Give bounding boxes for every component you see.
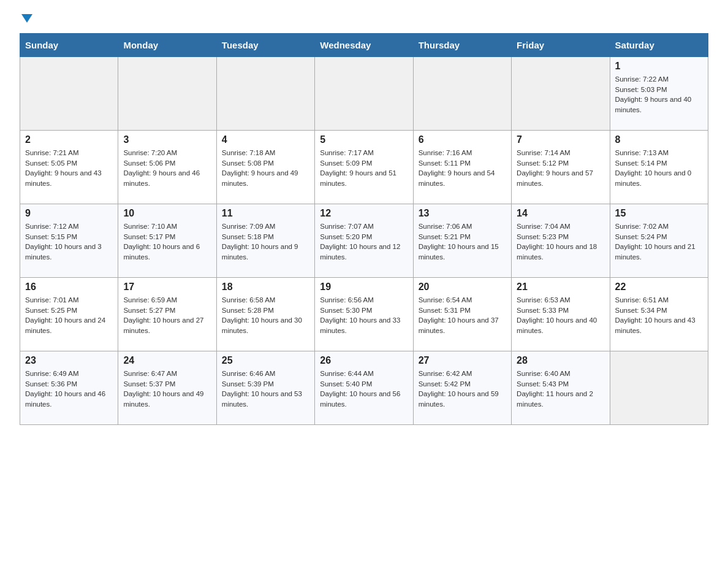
day-number: 6 [419, 134, 506, 145]
day-number: 10 [123, 208, 211, 219]
calendar-cell [118, 57, 216, 131]
day-info: Sunrise: 6:58 AM Sunset: 5:28 PM Dayligh… [222, 295, 309, 336]
calendar-cell: 21Sunrise: 6:53 AM Sunset: 5:33 PM Dayli… [512, 278, 610, 351]
day-info: Sunrise: 6:44 AM Sunset: 5:40 PM Dayligh… [320, 369, 408, 410]
day-info: Sunrise: 7:18 AM Sunset: 5:08 PM Dayligh… [222, 148, 309, 189]
calendar-cell: 22Sunrise: 6:51 AM Sunset: 5:34 PM Dayli… [610, 278, 708, 351]
day-info: Sunrise: 7:12 AM Sunset: 5:15 PM Dayligh… [25, 221, 113, 262]
day-info: Sunrise: 6:51 AM Sunset: 5:34 PM Dayligh… [615, 295, 703, 336]
day-number: 14 [517, 208, 604, 219]
calendar-week-row: 23Sunrise: 6:49 AM Sunset: 5:36 PM Dayli… [20, 351, 708, 425]
day-number: 22 [615, 282, 703, 293]
calendar-cell: 2Sunrise: 7:21 AM Sunset: 5:05 PM Daylig… [20, 131, 118, 204]
calendar-cell: 16Sunrise: 7:01 AM Sunset: 5:25 PM Dayli… [20, 278, 118, 351]
calendar-cell [315, 57, 413, 131]
day-number: 15 [615, 208, 703, 219]
calendar-cell: 24Sunrise: 6:47 AM Sunset: 5:37 PM Dayli… [118, 351, 216, 425]
day-info: Sunrise: 6:47 AM Sunset: 5:37 PM Dayligh… [123, 369, 211, 410]
calendar-cell: 20Sunrise: 6:54 AM Sunset: 5:31 PM Dayli… [413, 278, 511, 351]
day-number: 12 [320, 208, 408, 219]
calendar-cell: 9Sunrise: 7:12 AM Sunset: 5:15 PM Daylig… [20, 204, 118, 278]
day-number: 3 [123, 134, 211, 145]
day-info: Sunrise: 7:02 AM Sunset: 5:24 PM Dayligh… [615, 221, 703, 262]
calendar-cell: 11Sunrise: 7:09 AM Sunset: 5:18 PM Dayli… [216, 204, 314, 278]
day-number: 1 [615, 61, 703, 72]
day-info: Sunrise: 7:09 AM Sunset: 5:18 PM Dayligh… [222, 221, 309, 262]
weekday-header-saturday: Saturday [610, 34, 708, 57]
day-number: 24 [123, 355, 211, 366]
day-number: 26 [320, 355, 408, 366]
day-number: 23 [25, 355, 113, 366]
calendar-cell: 3Sunrise: 7:20 AM Sunset: 5:06 PM Daylig… [118, 131, 216, 204]
day-number: 28 [517, 355, 604, 366]
day-number: 18 [222, 282, 309, 293]
day-number: 8 [615, 134, 703, 145]
day-info: Sunrise: 7:22 AM Sunset: 5:03 PM Dayligh… [615, 74, 703, 115]
calendar-cell: 18Sunrise: 6:58 AM Sunset: 5:28 PM Dayli… [216, 278, 314, 351]
day-number: 17 [123, 282, 211, 293]
day-info: Sunrise: 7:21 AM Sunset: 5:05 PM Dayligh… [25, 148, 113, 189]
day-info: Sunrise: 6:54 AM Sunset: 5:31 PM Dayligh… [419, 295, 506, 336]
day-info: Sunrise: 6:49 AM Sunset: 5:36 PM Dayligh… [25, 369, 113, 410]
calendar-cell: 1Sunrise: 7:22 AM Sunset: 5:03 PM Daylig… [610, 57, 708, 131]
calendar-cell: 13Sunrise: 7:06 AM Sunset: 5:21 PM Dayli… [413, 204, 511, 278]
weekday-header-thursday: Thursday [413, 34, 511, 57]
calendar-cell: 10Sunrise: 7:10 AM Sunset: 5:17 PM Dayli… [118, 204, 216, 278]
calendar-cell: 5Sunrise: 7:17 AM Sunset: 5:09 PM Daylig… [315, 131, 413, 204]
day-info: Sunrise: 7:01 AM Sunset: 5:25 PM Dayligh… [25, 295, 113, 336]
weekday-header-row: SundayMondayTuesdayWednesdayThursdayFrid… [20, 34, 708, 57]
day-number: 11 [222, 208, 309, 219]
calendar-cell: 15Sunrise: 7:02 AM Sunset: 5:24 PM Dayli… [610, 204, 708, 278]
day-number: 20 [419, 282, 506, 293]
day-number: 21 [517, 282, 604, 293]
calendar-table: SundayMondayTuesdayWednesdayThursdayFrid… [20, 33, 708, 425]
calendar-cell [413, 57, 511, 131]
weekday-header-tuesday: Tuesday [216, 34, 314, 57]
day-info: Sunrise: 7:20 AM Sunset: 5:06 PM Dayligh… [123, 148, 211, 189]
calendar-cell: 8Sunrise: 7:13 AM Sunset: 5:14 PM Daylig… [610, 131, 708, 204]
weekday-header-monday: Monday [118, 34, 216, 57]
calendar-cell: 23Sunrise: 6:49 AM Sunset: 5:36 PM Dayli… [20, 351, 118, 425]
day-info: Sunrise: 6:42 AM Sunset: 5:42 PM Dayligh… [419, 369, 506, 410]
calendar-cell: 12Sunrise: 7:07 AM Sunset: 5:20 PM Dayli… [315, 204, 413, 278]
calendar-cell: 26Sunrise: 6:44 AM Sunset: 5:40 PM Dayli… [315, 351, 413, 425]
day-info: Sunrise: 7:13 AM Sunset: 5:14 PM Dayligh… [615, 148, 703, 189]
weekday-header-sunday: Sunday [20, 34, 118, 57]
calendar-cell [512, 57, 610, 131]
day-info: Sunrise: 6:46 AM Sunset: 5:39 PM Dayligh… [222, 369, 309, 410]
day-info: Sunrise: 7:10 AM Sunset: 5:17 PM Dayligh… [123, 221, 211, 262]
calendar-cell: 28Sunrise: 6:40 AM Sunset: 5:43 PM Dayli… [512, 351, 610, 425]
weekday-header-friday: Friday [512, 34, 610, 57]
weekday-header-wednesday: Wednesday [315, 34, 413, 57]
day-number: 16 [25, 282, 113, 293]
calendar-week-row: 9Sunrise: 7:12 AM Sunset: 5:15 PM Daylig… [20, 204, 708, 278]
calendar-cell: 19Sunrise: 6:56 AM Sunset: 5:30 PM Dayli… [315, 278, 413, 351]
calendar-cell: 25Sunrise: 6:46 AM Sunset: 5:39 PM Dayli… [216, 351, 314, 425]
day-number: 13 [419, 208, 506, 219]
day-number: 25 [222, 355, 309, 366]
day-info: Sunrise: 6:53 AM Sunset: 5:33 PM Dayligh… [517, 295, 604, 336]
calendar-cell: 7Sunrise: 7:14 AM Sunset: 5:12 PM Daylig… [512, 131, 610, 204]
calendar-cell: 17Sunrise: 6:59 AM Sunset: 5:27 PM Dayli… [118, 278, 216, 351]
page-header [20, 15, 708, 26]
calendar-cell: 4Sunrise: 7:18 AM Sunset: 5:08 PM Daylig… [216, 131, 314, 204]
day-number: 5 [320, 134, 408, 145]
day-info: Sunrise: 7:07 AM Sunset: 5:20 PM Dayligh… [320, 221, 408, 262]
day-info: Sunrise: 7:16 AM Sunset: 5:11 PM Dayligh… [419, 148, 506, 189]
day-info: Sunrise: 7:17 AM Sunset: 5:09 PM Dayligh… [320, 148, 408, 189]
day-number: 19 [320, 282, 408, 293]
day-number: 27 [419, 355, 506, 366]
day-info: Sunrise: 6:56 AM Sunset: 5:30 PM Dayligh… [320, 295, 408, 336]
day-info: Sunrise: 7:06 AM Sunset: 5:21 PM Dayligh… [419, 221, 506, 262]
calendar-week-row: 2Sunrise: 7:21 AM Sunset: 5:05 PM Daylig… [20, 131, 708, 204]
day-info: Sunrise: 7:04 AM Sunset: 5:23 PM Dayligh… [517, 221, 604, 262]
calendar-cell: 27Sunrise: 6:42 AM Sunset: 5:42 PM Dayli… [413, 351, 511, 425]
calendar-week-row: 16Sunrise: 7:01 AM Sunset: 5:25 PM Dayli… [20, 278, 708, 351]
day-number: 2 [25, 134, 113, 145]
day-info: Sunrise: 6:40 AM Sunset: 5:43 PM Dayligh… [517, 369, 604, 410]
day-info: Sunrise: 6:59 AM Sunset: 5:27 PM Dayligh… [123, 295, 211, 336]
calendar-cell: 6Sunrise: 7:16 AM Sunset: 5:11 PM Daylig… [413, 131, 511, 204]
day-number: 9 [25, 208, 113, 219]
calendar-week-row: 1Sunrise: 7:22 AM Sunset: 5:03 PM Daylig… [20, 57, 708, 131]
calendar-cell [610, 351, 708, 425]
